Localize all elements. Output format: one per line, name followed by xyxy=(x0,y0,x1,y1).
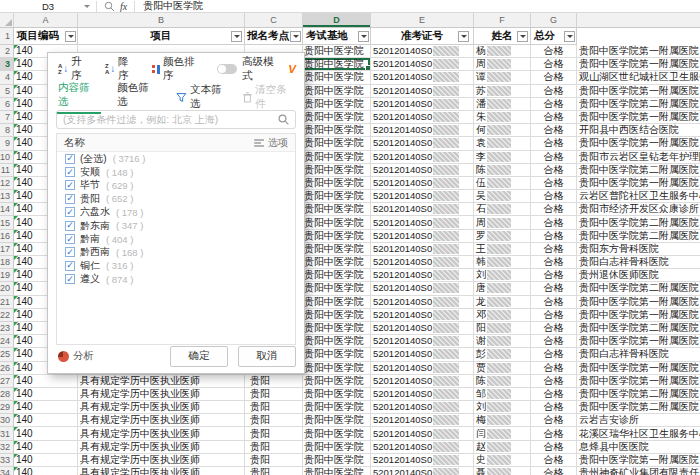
filter-list-item[interactable]: ✓黔西南( 168 ) xyxy=(57,246,295,259)
cell-admission-number[interactable]: 520120140S0 xyxy=(371,111,474,124)
cell-total-score[interactable]: 合格 xyxy=(531,335,577,348)
cell-total-score[interactable]: 合格 xyxy=(531,362,577,375)
cell-name[interactable]: 贾 xyxy=(474,362,531,375)
row-number[interactable]: 23 xyxy=(0,322,14,335)
cell-admission-number[interactable]: 520120140S0 xyxy=(371,427,474,440)
cell-registration-site[interactable]: 贵阳 xyxy=(245,454,303,467)
cell-name[interactable]: 潘 xyxy=(474,98,531,111)
name-box[interactable]: D3 xyxy=(0,0,96,13)
cell-hospital[interactable]: 贵阳市经济开发区众康诊所 xyxy=(577,203,700,216)
text-filter-button[interactable]: 文本筛选 xyxy=(176,83,231,111)
cell-total-score[interactable]: 合格 xyxy=(531,45,577,58)
row-number[interactable]: 26 xyxy=(0,362,14,375)
cell-total-score[interactable]: 合格 xyxy=(531,124,577,137)
cell-hospital[interactable]: 贵阳中医学院第一附属医院 xyxy=(577,85,700,98)
cell-exam-base[interactable]: 贵阳中医学院 xyxy=(303,441,371,454)
magnifier-icon[interactable] xyxy=(104,1,115,12)
cell-hospital[interactable]: 贵阳中医学院第一附属医院 xyxy=(577,375,700,388)
filter-search-input[interactable] xyxy=(63,114,278,125)
cell-hospital[interactable]: 贵阳中医学院第一附属医院 xyxy=(577,45,700,58)
row-number[interactable]: 25 xyxy=(0,348,14,361)
cell-hospital[interactable]: 贵阳中医学院第一附属医院 xyxy=(577,137,700,150)
row-number[interactable]: 28 xyxy=(0,388,14,401)
cell-exam-base[interactable]: 贵阳中医学院 xyxy=(303,375,371,388)
cell-name[interactable]: 周 xyxy=(474,216,531,229)
cell-admission-number[interactable]: 520120140S0 xyxy=(371,322,474,335)
checkbox-checked[interactable]: ✓ xyxy=(65,261,75,271)
cell-exam-base[interactable]: 贵阳中医学院 xyxy=(303,335,371,348)
cell-hospital[interactable]: 花溪区瑞华社区卫生服务中心 xyxy=(577,427,700,440)
column-header-c[interactable]: C xyxy=(245,13,303,27)
cell-project-code[interactable]: 140 xyxy=(14,427,78,440)
row-number[interactable]: 18 xyxy=(0,256,14,269)
cell-name[interactable]: 刘 xyxy=(474,269,531,282)
cell-exam-base[interactable]: 贵阳中医学院 xyxy=(303,256,371,269)
cell-total-score[interactable]: 合格 xyxy=(531,401,577,414)
cell-hospital[interactable]: 贵阳中医学院第一附属医院 xyxy=(577,309,700,322)
checkbox-checked[interactable]: ✓ xyxy=(65,234,75,244)
cell-name[interactable]: 陈 xyxy=(474,375,531,388)
cell-name[interactable]: 龙 xyxy=(474,296,531,309)
cell-admission-number[interactable]: 520120140S0 xyxy=(371,85,474,98)
cell-name[interactable]: 邓 xyxy=(474,309,531,322)
cell-name[interactable]: 周 xyxy=(474,58,531,71)
column-header-b[interactable]: B xyxy=(78,13,245,27)
cell-exam-base[interactable]: 贵阳中医学院 xyxy=(303,282,371,295)
cell-total-score[interactable]: 合格 xyxy=(531,216,577,229)
cell-exam-base[interactable]: 贵阳中医学院 xyxy=(303,454,371,467)
row-number[interactable]: 11 xyxy=(0,164,14,177)
cell-admission-number[interactable]: 520120140S0 xyxy=(371,309,474,322)
cell-admission-number[interactable]: 520120140S0 xyxy=(371,375,474,388)
sort-descending-button[interactable]: ZA ↓ 降序 xyxy=(105,55,139,83)
cell-total-score[interactable]: 合格 xyxy=(531,190,577,203)
filter-list-item[interactable]: ✓安顺( 148 ) xyxy=(57,165,295,178)
cell-total-score[interactable]: 合格 xyxy=(531,309,577,322)
cell-exam-base[interactable]: 贵阳中医学院 xyxy=(303,164,371,177)
cell-admission-number[interactable]: 520120140S0 xyxy=(371,282,474,295)
filter-list-item[interactable]: ✓贵阳( 652 ) xyxy=(57,192,295,205)
row-number[interactable]: 5 xyxy=(0,85,14,98)
cell-hospital[interactable]: 息烽县中医医院 xyxy=(577,441,700,454)
cell-name[interactable]: 袁 xyxy=(474,137,531,150)
cell-project-code[interactable]: 140 xyxy=(14,375,78,388)
filter-dropdown-button[interactable] xyxy=(458,31,469,42)
cell-exam-base[interactable]: 贵阳中医学院 xyxy=(303,177,371,190)
cell-name[interactable]: 王 xyxy=(474,243,531,256)
cell-hospital[interactable]: 观山湖区世纪城社区卫生服务站 xyxy=(577,71,700,84)
filter-dropdown-button[interactable] xyxy=(290,31,301,42)
cell-admission-number[interactable]: 520120140S0 xyxy=(371,98,474,111)
filter-list-item[interactable]: ✓黔南( 404 ) xyxy=(57,232,295,245)
header-cell-name[interactable]: 姓名 xyxy=(474,28,531,45)
checkbox-checked[interactable]: ✓ xyxy=(65,167,75,177)
cell-admission-number[interactable]: 520120140S0 xyxy=(371,124,474,137)
cell-project[interactable]: 具有规定学历中医执业医师 xyxy=(78,467,245,475)
cell-name[interactable]: 罗 xyxy=(474,230,531,243)
row-number[interactable]: 34 xyxy=(0,467,14,475)
cell-registration-site[interactable]: 贵阳 xyxy=(245,388,303,401)
name-box-dropdown-icon[interactable] xyxy=(84,5,90,8)
cell-exam-base[interactable]: 贵阳中医学院 xyxy=(303,427,371,440)
cell-exam-base[interactable]: 贵阳中医学院 xyxy=(303,388,371,401)
cell-hospital[interactable]: 贵阳东方骨科医院 xyxy=(577,243,700,256)
cell-hospital[interactable]: 贵州退休医师医院 xyxy=(577,269,700,282)
cell-total-score[interactable]: 合格 xyxy=(531,71,577,84)
cell-registration-site[interactable]: 贵阳 xyxy=(245,467,303,475)
row-number[interactable]: 10 xyxy=(0,151,14,164)
cell-project[interactable]: 具有规定学历中医执业医师 xyxy=(78,427,245,440)
cell-admission-number[interactable]: 520120140S0 xyxy=(371,401,474,414)
cell-admission-number[interactable]: 520120140S0 xyxy=(371,243,474,256)
checkbox-checked[interactable]: ✓ xyxy=(65,207,75,217)
filter-list-item[interactable]: ✓黔东南( 347 ) xyxy=(57,219,295,232)
cell-name[interactable]: 陈 xyxy=(474,164,531,177)
cell-hospital[interactable]: 贵阳中医学院第一附属医院 xyxy=(577,362,700,375)
row-number[interactable]: 7 xyxy=(0,111,14,124)
cell-project[interactable]: 具有规定学历中医执业医师 xyxy=(78,388,245,401)
cell-project[interactable]: 具有规定学历中医执业医师 xyxy=(78,454,245,467)
formula-bar-value[interactable]: 贵阳中医学院 xyxy=(135,0,203,13)
row-number[interactable]: 14 xyxy=(0,203,14,216)
cell-admission-number[interactable]: 520120140S0 xyxy=(371,348,474,361)
cell-name[interactable]: 邹 xyxy=(474,388,531,401)
cell-name[interactable]: 何 xyxy=(474,124,531,137)
cell-hospital[interactable]: 贵阳市云岩区皇钻老年护理院 xyxy=(577,151,700,164)
cell-exam-base[interactable]: 贵阳中医学院 xyxy=(303,348,371,361)
